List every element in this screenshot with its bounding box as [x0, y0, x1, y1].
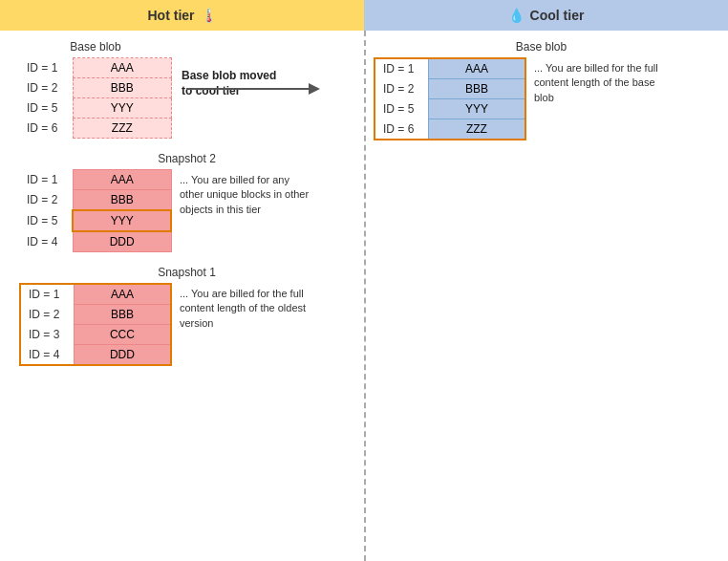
row-id: ID = 5	[19, 210, 73, 231]
table-row: ID = 5 YYY	[19, 210, 171, 231]
table-row: ID = 2 BBB	[375, 79, 525, 99]
snapshot2-title: Snapshot 2	[19, 152, 354, 165]
row-value: CCC	[74, 325, 171, 345]
row-value: YYY	[73, 98, 171, 119]
table-row: ID = 5 YYY	[19, 98, 172, 119]
table-row: ID = 2 BBB	[19, 78, 172, 98]
row-value: AAA	[73, 58, 171, 78]
header: Hot tier 🌡️ 💧 Cool tier	[0, 0, 728, 31]
row-value: BBB	[74, 305, 171, 325]
table-row: ID = 6 ZZZ	[19, 119, 172, 139]
row-id: ID = 5	[375, 99, 428, 119]
snapshot2-table: ID = 1 AAA ID = 2 BBB ID = 5 YYY ID = 4 …	[19, 169, 172, 252]
base-blob-hot-table: ID = 1 AAA ID = 2 BBB ID = 5 YYY ID =	[19, 57, 172, 139]
row-id: ID = 4	[19, 231, 73, 252]
cool-tier-label: Cool tier	[530, 8, 585, 23]
cool-base-blob-title: Base blob	[374, 40, 709, 54]
row-value: ZZZ	[73, 119, 171, 139]
hot-side: Base blob ID = 1 AAA ID = 2 BBB ID = 5 Y	[0, 31, 364, 561]
snapshot2-annotation: ... You are billed for any other unique …	[180, 173, 313, 217]
snapshot1-title: Snapshot 1	[19, 266, 354, 279]
row-value: DDD	[74, 345, 171, 366]
table-row: ID = 1 AAA	[375, 58, 525, 79]
table-row: ID = 1 AAA	[19, 170, 171, 190]
row-id: ID = 6	[19, 119, 73, 139]
snapshot1-table: ID = 1 AAA ID = 2 BBB ID = 3 CCC ID = 4 …	[19, 283, 172, 366]
row-value: BBB	[73, 190, 171, 211]
table-row: ID = 5 YYY	[375, 99, 525, 119]
row-value: DDD	[73, 231, 171, 252]
row-id: ID = 2	[19, 78, 73, 98]
row-id: ID = 1	[375, 58, 428, 79]
cool-base-blob-table: ID = 1 AAA ID = 2 BBB ID = 5 YYY ID = 6 …	[374, 57, 526, 140]
snapshot1-annotation: ... You are billed for the full content …	[180, 287, 313, 331]
row-id: ID = 2	[20, 305, 74, 325]
row-value: YYY	[428, 99, 525, 119]
snapshot1-section: Snapshot 1 ID = 1 AAA ID = 2 BBB ID = 3 …	[19, 266, 354, 366]
row-value: AAA	[428, 58, 525, 79]
move-arrow	[186, 88, 310, 90]
cool-icon: 💧	[508, 8, 525, 23]
cool-blob-annotation: ... You are billed for the full content …	[534, 61, 668, 105]
row-id: ID = 3	[20, 325, 74, 345]
base-blob-hot-title: Base blob	[19, 40, 172, 54]
row-id: ID = 6	[375, 119, 428, 140]
row-id: ID = 2	[375, 79, 428, 99]
row-id: ID = 4	[20, 345, 74, 366]
row-id: ID = 1	[19, 58, 73, 78]
row-value: BBB	[428, 79, 525, 99]
snapshot2-section: Snapshot 2 ID = 1 AAA ID = 2 BBB ID = 5 …	[19, 152, 354, 252]
main-content: Base blob ID = 1 AAA ID = 2 BBB ID = 5 Y	[0, 31, 728, 561]
row-value-highlighted: YYY	[73, 210, 171, 231]
hot-tier-header: Hot tier 🌡️	[0, 0, 364, 31]
table-row: ID = 2 BBB	[19, 190, 171, 211]
row-value: AAA	[73, 170, 171, 190]
move-label: Base blob moved to cool tier	[182, 69, 277, 98]
table-row: ID = 1 AAA	[20, 284, 171, 305]
table-row: ID = 1 AAA	[19, 58, 172, 78]
row-value: BBB	[73, 78, 171, 98]
table-row: ID = 6 ZZZ	[375, 119, 525, 140]
row-id: ID = 5	[19, 98, 73, 119]
cool-tier-header: 💧 Cool tier	[364, 0, 728, 31]
table-row: ID = 4 DDD	[19, 231, 171, 252]
arrow-head	[309, 83, 320, 95]
cool-side: Base blob ID = 1 AAA ID = 2 BBB ID = 5 Y…	[364, 31, 728, 561]
table-row: ID = 3 CCC	[20, 325, 171, 345]
row-id: ID = 2	[19, 190, 73, 211]
cool-base-blob-section: Base blob ID = 1 AAA ID = 2 BBB ID = 5 Y…	[374, 40, 709, 140]
arrow-shaft	[186, 88, 310, 90]
table-row: ID = 4 DDD	[20, 345, 171, 366]
hot-tier-label: Hot tier	[148, 8, 195, 23]
hot-icon: 🌡️	[201, 8, 217, 23]
row-id: ID = 1	[19, 170, 73, 190]
row-value: AAA	[74, 284, 171, 305]
table-row: ID = 2 BBB	[20, 305, 171, 325]
row-id: ID = 1	[20, 284, 74, 305]
row-value: ZZZ	[428, 119, 525, 140]
